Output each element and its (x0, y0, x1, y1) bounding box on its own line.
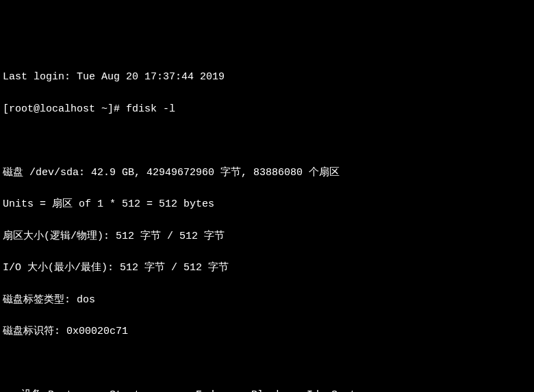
blank-line (3, 133, 531, 148)
disk-sda-label-type: 磁盘标签类型: dos (3, 292, 531, 308)
disk-sda-units: Units = 扇区 of 1 * 512 = 512 bytes (3, 196, 531, 212)
blank-line (3, 356, 531, 371)
partition-header: 设备 Boot Start End Blocks Id System (3, 387, 531, 392)
disk-sda-title: 磁盘 /dev/sda: 42.9 GB, 42949672960 字节, 83… (3, 165, 531, 181)
last-login-line: Last login: Tue Aug 20 17:37:44 2019 (3, 69, 531, 85)
shell-prompt[interactable]: [root@localhost ~]# fdisk -l (3, 101, 531, 117)
disk-sda-io-size: I/O 大小(最小/最佳): 512 字节 / 512 字节 (3, 260, 531, 276)
disk-sda-identifier: 磁盘标识符: 0x00020c71 (3, 324, 531, 339)
disk-sda-sector-size: 扇区大小(逻辑/物理): 512 字节 / 512 字节 (3, 228, 531, 244)
